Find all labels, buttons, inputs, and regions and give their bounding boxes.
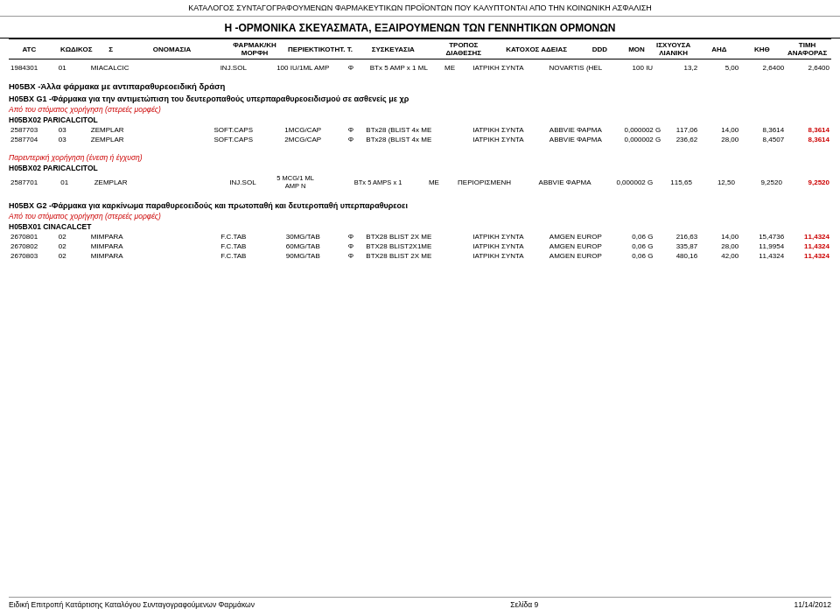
cell-katoxos: AMGEN EUROP	[535, 251, 617, 261]
cell-onomasia: MIACALCIC	[89, 63, 203, 73]
cell-kodikos: 1984301	[9, 63, 52, 73]
cell-kodikos: 2587703	[9, 125, 52, 135]
cell-tropos: ΠΕΡΙΟΡΙΣΜΕΝΗ	[447, 173, 522, 191]
cell-susk: BTx 5 AMP x 1 ML	[360, 63, 438, 73]
cell-f	[316, 173, 335, 191]
col-header-timi: ΤΙΜΗΑΝΑΦΟΡΑΣ	[783, 39, 831, 60]
cell-onomasia: ZEMPLAR	[89, 125, 203, 135]
cell-blank	[75, 173, 93, 191]
cell-isxu: 5,00	[699, 63, 740, 73]
section-h05bx: H05BX -Άλλα φάρμακα με αντιπαραθυρεοειδι…	[9, 81, 831, 261]
cell-kodikos: 2670801	[9, 232, 52, 242]
cell-ahd: 11,9954	[740, 242, 786, 251]
cell-timi: 8,3614	[786, 135, 831, 144]
cell-susk: BTX28 BLIST 2X ME	[360, 251, 438, 261]
cell-tropos: ΙΑΤΡΙΚΗ ΣΥΝΤΑ	[462, 251, 534, 261]
col-header-onomasia: ΟΝΟΜΑΣΙΑ	[119, 39, 226, 60]
subsection-h05bx02-label: H05BX02 PARICALCITOL	[9, 115, 831, 125]
cell-timi: 11,4324	[786, 242, 831, 251]
cell-perix: 2MCG/CAP	[264, 135, 341, 144]
cell-ahd: 8,3614	[740, 125, 786, 135]
section-g2: H05BX G2 -Φάρμακα για καρκίνωμα παραθυρε…	[9, 201, 831, 261]
cell-kodikos: 2670803	[9, 251, 52, 261]
cell-ahd: 9,2520	[737, 173, 784, 191]
g2-code: H05BX G2	[9, 201, 47, 210]
cell-f: Φ	[341, 125, 360, 135]
cell-morfi: F.C.TAB	[202, 232, 264, 242]
cell-me	[438, 232, 462, 242]
cell-mon: 117,06	[668, 125, 699, 135]
cell-me: ME	[438, 63, 462, 73]
cell-me	[438, 251, 462, 261]
g1-code: H05BX G1	[9, 94, 47, 103]
cell-perix: 100 IU/1ML AMP	[264, 63, 341, 73]
col-header-s: Σ	[103, 39, 119, 60]
col-header-mon: MON	[624, 39, 649, 60]
cell-susk: BTX28 BLIST2X1ME	[360, 242, 438, 251]
footer-left: Ειδική Επιτροπή Κατάρτισης Καταλόγου Συν…	[9, 600, 255, 609]
cell-katoxos: NOVARTIS (HEL	[535, 63, 617, 73]
cell-f: Φ	[341, 232, 360, 242]
table-row: 2587703 03 ZEMPLAR SOFT.CAPS 1MCG/CAP Φ …	[9, 125, 831, 135]
cell-katoxos: ABBVIE ΦΑΡΜΑ	[535, 125, 617, 135]
route1-label: Από του στόματος χορήγηση (στερεές μορφέ…	[9, 103, 831, 115]
section-g1: H05BX G1 -Φάρμακα για την αντιμετώπιση τ…	[9, 94, 831, 191]
cell-susk: BTx28 (BLIST 4x ME	[360, 135, 438, 144]
col-header-farmakikh: ΦΑΡΜΑΚ/ΚΗΜΟΡΦΗ	[226, 39, 284, 60]
cell-perix: 5 MCG/1 ML AMP N	[275, 173, 316, 191]
cell-me	[438, 242, 462, 251]
cell-blank	[73, 63, 89, 73]
cell-s: 02	[52, 242, 73, 251]
h05bx-code: H05BX	[9, 81, 36, 91]
g2-text: -Φάρμακα για καρκίνωμα παραθυρεοειδούς κ…	[49, 201, 408, 210]
cell-tropos: ΙΑΤΡΙΚΗ ΣΥΝΤΑ	[462, 135, 534, 144]
cell-morfi: INJ.SOL	[211, 173, 276, 191]
section-g1-label: H05BX G1 -Φάρμακα για την αντιμετώπιση τ…	[9, 94, 831, 103]
cell-s: 02	[52, 232, 73, 242]
cell-timi: 11,4324	[786, 251, 831, 261]
cell-blank	[73, 125, 89, 135]
route2-section: Παρεντερική χορήγηση (ένεση ή έγχυση) H0…	[9, 151, 831, 191]
cell-ahd: 2,6400	[740, 63, 786, 73]
col-header-ahd: ΑΗΔ	[697, 39, 740, 60]
cell-onomasia: ZEMPLAR	[89, 135, 203, 144]
table-row: 1984301 01 MIACALCIC INJ.SOL 100 IU/1ML …	[9, 63, 831, 73]
cell-me	[438, 125, 462, 135]
cell-ddd: 0,000002 G	[617, 125, 668, 135]
cell-mon: 13,2	[668, 63, 699, 73]
cell-blank	[73, 242, 89, 251]
col-header-atc: ATC	[9, 39, 50, 60]
main-title: Η -ΟΡΜΟΝΙΚΑ ΣΚΕΥΑΣΜΑΤΑ, ΕΞΑΙΡΟΥΜΕΝΩΝ ΤΩΝ…	[0, 17, 840, 38]
cell-onomasia: ZEMPLAR	[93, 173, 211, 191]
col-header-ddd: DDD	[576, 39, 625, 60]
cell-me	[438, 135, 462, 144]
cell-katoxos: AMGEN EUROP	[535, 232, 617, 242]
cell-mon: 216,63	[668, 232, 699, 242]
table-row: 2670801 02 MIMPARA F.C.TAB 30MG/TAB Φ BT…	[9, 232, 831, 242]
cell-perix: 30MG/TAB	[264, 232, 341, 242]
cell-kodikos: 2587704	[9, 135, 52, 144]
cell-isxu: 14,00	[699, 125, 740, 135]
cell-ddd: 0,000002 G	[617, 135, 668, 144]
header-text: ΚΑΤΑΛΟΓΟΣ ΣΥΝΤΑΓΟΓΡΑΦΟΥΜΕΝΩΝ ΦΑΡΜΑΚΕΥΤΙΚ…	[188, 4, 652, 12]
section-g2-label: H05BX G2 -Φάρμακα για καρκίνωμα παραθυρε…	[9, 201, 831, 210]
cell-kodikos: 2670802	[9, 242, 52, 251]
cell-mon: 115,65	[662, 173, 694, 191]
cell-isxu: 28,00	[699, 135, 740, 144]
cell-kodikos: 2587701	[9, 173, 54, 191]
cell-ddd: 100 IU	[617, 63, 668, 73]
cell-s: 02	[52, 251, 73, 261]
page-header: ΚΑΤΑΛΟΓΟΣ ΣΥΝΤΑΓΟΓΡΑΦΟΥΜΕΝΩΝ ΦΑΡΜΑΚΕΥΤΙΚ…	[0, 0, 840, 17]
cell-ddd: 0,000002 G	[608, 173, 662, 191]
route2-label: Παρεντερική χορήγηση (ένεση ή έγχυση)	[9, 151, 831, 163]
cell-perix: 60MG/TAB	[264, 242, 341, 251]
cell-isxu: 28,00	[699, 242, 740, 251]
cell-timi: 11,4324	[786, 232, 831, 242]
col-header-susk: ΣΥΣΚΕΥΑΣΙΑ	[357, 39, 430, 60]
cell-ddd: 0,06 G	[617, 242, 668, 251]
g2-route1-table: 2670801 02 MIMPARA F.C.TAB 30MG/TAB Φ BT…	[9, 232, 831, 261]
table-row: 2587704 03 ZEMPLAR SOFT.CAPS 2MCG/CAP Φ …	[9, 135, 831, 144]
cell-s: 03	[52, 135, 73, 144]
col-header-tropos: ΤΡΟΠΟΣ ΔΙΑΘΕΣΗΣ	[430, 39, 498, 60]
cell-isxu: 12,50	[694, 173, 737, 191]
